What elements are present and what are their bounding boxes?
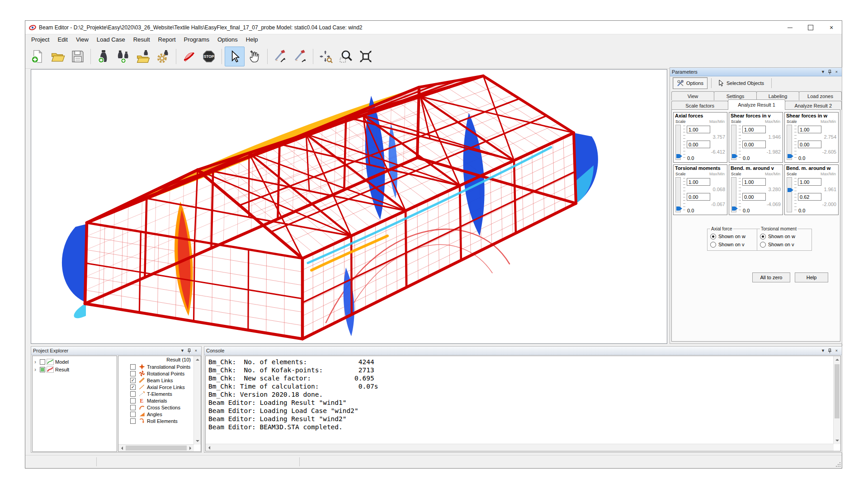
- offset-value-input[interactable]: [798, 193, 821, 201]
- load-settings-icon[interactable]: [153, 47, 173, 66]
- menu-view[interactable]: View: [72, 35, 93, 44]
- radio-option[interactable]: Shown on v: [710, 240, 755, 249]
- menu-report[interactable]: Report: [154, 35, 180, 44]
- checkbox[interactable]: ✓: [130, 378, 136, 383]
- close-icon[interactable]: ×: [833, 347, 840, 354]
- scroll-down-icon[interactable]: [834, 437, 840, 444]
- pin-icon[interactable]: [826, 347, 833, 354]
- menu-programs[interactable]: Programs: [180, 35, 213, 44]
- menu-load-case[interactable]: Load Case: [93, 35, 129, 44]
- parameters-panel-header[interactable]: Parameters ▼ ×: [670, 68, 842, 76]
- checkbox[interactable]: ✓: [130, 385, 136, 390]
- list-item[interactable]: T-Elements: [118, 390, 201, 397]
- zoom-extents-icon[interactable]: [356, 47, 376, 66]
- add-load-cases-icon[interactable]: [113, 47, 133, 66]
- tree-item-model[interactable]: ›Model: [33, 358, 117, 366]
- menu-result[interactable]: Result: [129, 35, 154, 44]
- offset-value-input[interactable]: [687, 193, 710, 201]
- scroll-up-icon[interactable]: [194, 356, 201, 363]
- rotate-view-icon[interactable]: [316, 47, 336, 66]
- scale-value-input[interactable]: [742, 126, 766, 133]
- scale-value-input[interactable]: [798, 126, 821, 133]
- list-item[interactable]: Rotational Points: [118, 370, 201, 377]
- menu-edit[interactable]: Edit: [53, 35, 71, 44]
- tab-analyze-result-2[interactable]: Analyze Result 2: [785, 101, 842, 110]
- scroll-left-icon[interactable]: [206, 444, 212, 451]
- list-item[interactable]: ✓Beam Links: [118, 377, 201, 384]
- radio-icon[interactable]: [760, 234, 766, 239]
- pan-hand-icon[interactable]: [245, 47, 264, 66]
- project-explorer-header[interactable]: Project Explorer ▼ ×: [31, 347, 201, 355]
- horizontal-scrollbar[interactable]: [206, 444, 834, 451]
- list-item[interactable]: ✓Axial Force Links: [118, 384, 201, 390]
- scale-slider[interactable]: [675, 125, 681, 160]
- slider-thumb[interactable]: [788, 188, 793, 192]
- tab-labeling[interactable]: Labeling: [756, 91, 799, 100]
- tab-scale-factors[interactable]: Scale factors: [671, 101, 728, 110]
- save-icon[interactable]: [68, 47, 88, 66]
- open-load-case-icon[interactable]: [133, 47, 153, 66]
- list-item[interactable]: Roll Elements: [118, 418, 201, 424]
- stop-icon[interactable]: STOP: [199, 47, 219, 66]
- radio-option[interactable]: Shown on w: [710, 232, 755, 240]
- scale-value-input[interactable]: [742, 178, 766, 186]
- close-button[interactable]: ×: [821, 21, 842, 34]
- all-to-zero-button[interactable]: All to zero: [752, 272, 790, 282]
- offset-value-input[interactable]: [798, 141, 821, 148]
- scale-slider[interactable]: [787, 177, 792, 212]
- draw-beam-icon[interactable]: [270, 47, 290, 66]
- scroll-left-icon[interactable]: [118, 445, 125, 451]
- scale-value-input[interactable]: [798, 178, 821, 186]
- console-header[interactable]: Console ▼ ×: [204, 347, 842, 355]
- menu-help[interactable]: Help: [242, 35, 262, 44]
- select-cursor-icon[interactable]: [225, 47, 245, 66]
- pin-icon[interactable]: [826, 69, 833, 75]
- options-button[interactable]: Options: [673, 77, 708, 89]
- chevron-down-icon[interactable]: ▼: [820, 347, 826, 354]
- scale-value-input[interactable]: [687, 126, 710, 133]
- offset-value-input[interactable]: [742, 193, 766, 201]
- console-output-pane[interactable]: Bm_Chk: No. of elements: 4244Bm_Chk: No.…: [205, 356, 841, 451]
- tab-settings[interactable]: Settings: [714, 91, 757, 100]
- open-project-icon[interactable]: [48, 47, 68, 66]
- close-icon[interactable]: ×: [193, 347, 199, 354]
- draw-link-icon[interactable]: [290, 47, 310, 66]
- checkbox[interactable]: [130, 405, 136, 410]
- slider-thumb[interactable]: [732, 154, 738, 158]
- pin-icon[interactable]: [186, 347, 193, 354]
- checkbox[interactable]: [130, 398, 136, 404]
- scale-slider[interactable]: [731, 177, 736, 212]
- slider-thumb[interactable]: [732, 206, 738, 211]
- checkbox[interactable]: [40, 367, 45, 372]
- close-icon[interactable]: ×: [833, 69, 840, 75]
- scale-slider[interactable]: [787, 125, 792, 160]
- list-item[interactable]: Translational Points: [118, 363, 201, 370]
- scale-slider[interactable]: [731, 125, 736, 160]
- radio-icon[interactable]: [710, 242, 716, 248]
- tree-expander-icon[interactable]: ›: [34, 366, 40, 373]
- offset-value-input[interactable]: [687, 141, 710, 148]
- list-item[interactable]: Angles: [118, 411, 201, 418]
- radio-icon[interactable]: [760, 242, 766, 248]
- checkbox[interactable]: [130, 418, 136, 424]
- radio-icon[interactable]: [710, 234, 716, 239]
- scrollbar-thumb[interactable]: [126, 446, 187, 450]
- scroll-up-icon[interactable]: [834, 356, 840, 363]
- title-bar[interactable]: Beam Editor - D:\2_Projekte\Easy\2020\03…: [25, 21, 842, 34]
- zoom-window-icon[interactable]: [336, 47, 356, 66]
- menu-options[interactable]: Options: [213, 35, 242, 44]
- vertical-scrollbar[interactable]: [833, 356, 840, 444]
- new-project-icon[interactable]: [28, 47, 48, 66]
- scroll-down-icon[interactable]: [194, 438, 201, 445]
- maximize-button[interactable]: [800, 21, 821, 34]
- scale-value-input[interactable]: [687, 178, 710, 186]
- viewport-3d-model[interactable]: [31, 69, 667, 344]
- checkbox[interactable]: [130, 371, 136, 376]
- checkbox[interactable]: [130, 412, 136, 417]
- selected-objects-button[interactable]: Selected Objects: [713, 78, 768, 89]
- chevron-down-icon[interactable]: ▼: [820, 69, 826, 75]
- resize-grip[interactable]: [835, 462, 841, 467]
- tree-expander-icon[interactable]: ›: [34, 359, 40, 365]
- tab-load-zones[interactable]: Load zones: [799, 91, 842, 100]
- scale-slider[interactable]: [675, 177, 681, 212]
